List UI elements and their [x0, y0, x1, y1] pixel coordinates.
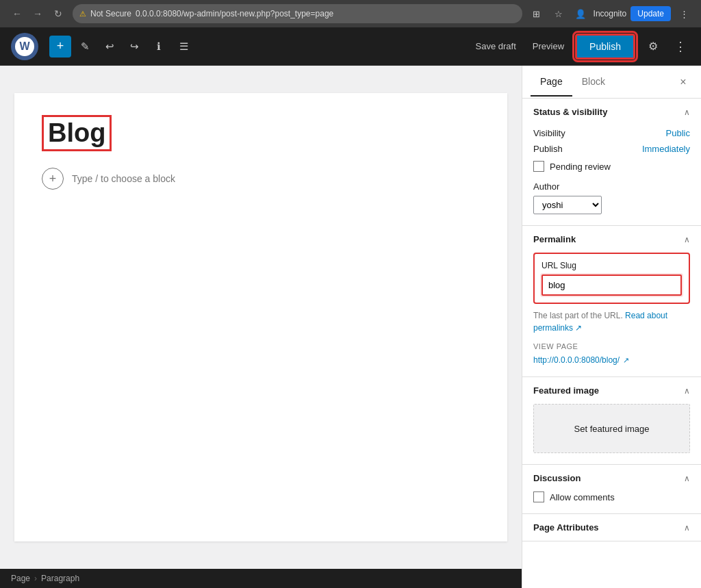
breadcrumb-separator: › [34, 574, 37, 583]
featured-image-body: Set featured image [522, 404, 701, 464]
view-page-external-icon: ↗ [623, 356, 629, 364]
permalink-chevron: ∧ [684, 235, 690, 244]
view-page-url-row: http://0.0.0.0:8080/blog/ ↗ [533, 353, 690, 366]
url-slug-label: URL Slug [541, 261, 682, 270]
section-status-visibility-header[interactable]: Status & visibility ∧ [522, 99, 701, 125]
set-featured-image-button[interactable]: Set featured image [574, 424, 650, 434]
redo-button[interactable]: ↪ [123, 36, 145, 57]
section-status-visibility: Status & visibility ∧ Visibility Public … [522, 99, 701, 226]
tab-page[interactable]: Page [531, 68, 572, 97]
tab-block[interactable]: Block [572, 68, 615, 97]
browser-nav-buttons: ← → ↻ [8, 5, 67, 23]
section-featured-image: Featured image ∧ Set featured image [522, 377, 701, 465]
add-block-placeholder: Type / to choose a block [72, 173, 175, 184]
wp-letter: W [19, 40, 29, 53]
address-bar[interactable]: ⚠ Not Secure 0.0.0.0:8080/wp-admin/post-… [73, 4, 522, 23]
author-section: Author yoshi [533, 181, 690, 214]
allow-comments-row: Allow comments [533, 491, 690, 502]
set-featured-image-box[interactable]: Set featured image [533, 404, 690, 453]
section-permalink: Permalink ∧ URL Slug The last part of th… [522, 226, 701, 377]
breadcrumb-page[interactable]: Page [11, 574, 30, 583]
pending-review-checkbox[interactable] [533, 161, 544, 172]
editor-toolbar-buttons: + ✎ ↩ ↪ ℹ ☰ [49, 36, 194, 57]
section-discussion-header[interactable]: Discussion ∧ [522, 465, 701, 491]
tools-button[interactable]: ✎ [74, 36, 96, 57]
sidebar: Page Block × Status & visibility ∧ Visib… [522, 66, 701, 588]
page-attributes-title: Page Attributes [533, 522, 599, 533]
view-page-link[interactable]: http://0.0.0.0:8080/blog/ [533, 355, 620, 365]
info-button[interactable]: ℹ [148, 36, 170, 57]
more-options-button[interactable]: ⋮ [671, 37, 690, 56]
refresh-button[interactable]: ↻ [49, 5, 67, 23]
preview-button[interactable]: Preview [527, 37, 570, 55]
add-block-inline-button[interactable]: + [42, 168, 64, 190]
publish-label: Publish [533, 144, 563, 154]
undo-button[interactable]: ↩ [99, 36, 120, 57]
browser-star-icon[interactable]: ☆ [550, 5, 568, 23]
page-attributes-chevron: ∧ [684, 523, 690, 533]
visibility-value[interactable]: Public [666, 128, 690, 138]
allow-comments-checkbox[interactable] [533, 491, 544, 502]
url-slug-input[interactable] [541, 274, 682, 296]
toolbar-right-controls: Save draft Preview Publish ⚙ ⋮ [470, 34, 690, 60]
url-display: 0.0.0.0:8080/wp-admin/post-new.php?post_… [136, 9, 333, 18]
wordpress-logo[interactable]: W [11, 33, 38, 60]
publish-row: Publish Immediately [533, 141, 690, 157]
security-icon: ⚠ [79, 10, 86, 18]
discussion-chevron: ∧ [684, 474, 690, 483]
section-discussion: Discussion ∧ Allow comments [522, 465, 701, 514]
section-page-attributes: Page Attributes ∧ [522, 514, 701, 541]
status-visibility-chevron: ∧ [684, 107, 690, 117]
author-label: Author [533, 181, 690, 192]
view-page-label: VIEW PAGE [533, 342, 690, 350]
list-view-button[interactable]: ☰ [173, 36, 194, 57]
browser-grid-icon[interactable]: ⊞ [528, 5, 546, 23]
sidebar-tabs: Page Block × [522, 66, 701, 99]
page-title[interactable]: Blog [42, 115, 112, 151]
breadcrumb: Page › Paragraph [11, 574, 79, 583]
wp-logo-inner: W [15, 37, 34, 56]
breadcrumb-paragraph[interactable]: Paragraph [41, 574, 79, 583]
section-permalink-header[interactable]: Permalink ∧ [522, 226, 701, 253]
browser-right-controls: ⊞ ☆ 👤 Incognito Update ⋮ [528, 5, 693, 23]
status-visibility-title: Status & visibility [533, 107, 607, 117]
status-visibility-body: Visibility Public Publish Immediately Pe… [522, 125, 701, 225]
back-button[interactable]: ← [8, 5, 26, 23]
discussion-title: Discussion [533, 473, 581, 483]
add-block-button[interactable]: + [49, 36, 71, 57]
forward-button[interactable]: → [29, 5, 47, 23]
browser-menu-button[interactable]: ⋮ [675, 5, 693, 23]
url-slug-section: URL Slug [533, 253, 690, 304]
section-page-attributes-header[interactable]: Page Attributes ∧ [522, 514, 701, 541]
publish-value[interactable]: Immediately [642, 144, 690, 154]
featured-image-title: Featured image [533, 385, 599, 396]
section-featured-image-header[interactable]: Featured image ∧ [522, 377, 701, 404]
allow-comments-label: Allow comments [550, 492, 615, 502]
status-bar: Page › Paragraph [0, 569, 522, 588]
permalink-title: Permalink [533, 234, 576, 244]
wp-admin-toolbar: W + ✎ ↩ ↪ ℹ ☰ Save draft Preview Publish… [0, 27, 701, 66]
editor-content: Blog + Type / to choose a block [14, 93, 507, 541]
editor-area: Blog + Type / to choose a block Page › P… [0, 66, 522, 588]
sidebar-close-button[interactable]: × [674, 73, 693, 92]
permalink-help-text: The last part of the URL. Read about per… [533, 309, 690, 334]
discussion-body: Allow comments [522, 491, 701, 513]
main-layout: Blog + Type / to choose a block Page › P… [0, 66, 701, 588]
save-draft-button[interactable]: Save draft [470, 37, 522, 55]
browser-profile-button[interactable]: 👤 [572, 5, 589, 23]
visibility-label: Visibility [533, 128, 565, 138]
update-button[interactable]: Update [630, 6, 671, 21]
publish-button[interactable]: Publish [575, 34, 635, 60]
browser-bar: ← → ↻ ⚠ Not Secure 0.0.0.0:8080/wp-admin… [0, 0, 701, 27]
pending-review-label: Pending review [550, 162, 611, 172]
pending-review-row: Pending review [533, 157, 690, 176]
author-select[interactable]: yoshi [533, 196, 602, 214]
editor-canvas: Blog + Type / to choose a block [0, 66, 522, 569]
permalink-body: URL Slug The last part of the URL. Read … [522, 253, 701, 376]
add-block-area: + Type / to choose a block [42, 168, 480, 190]
incognito-label: Incognito [594, 9, 627, 18]
settings-button[interactable]: ⚙ [641, 34, 665, 59]
not-secure-label: Not Secure [90, 9, 131, 18]
browser-profile-icon: 👤 [575, 9, 586, 19]
visibility-row: Visibility Public [533, 125, 690, 141]
